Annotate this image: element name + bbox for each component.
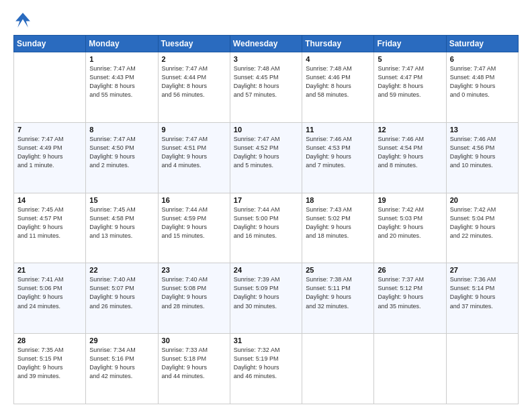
day-number: 2: [162, 55, 226, 63]
day-number: 27: [450, 266, 515, 274]
day-number: 7: [17, 126, 82, 134]
calendar-cell: 8Sunrise: 7:47 AM Sunset: 4:50 PM Daylig…: [86, 122, 158, 193]
cell-content: Sunrise: 7:41 AM Sunset: 5:06 PM Dayligh…: [17, 275, 82, 310]
svg-marker-0: [15, 13, 30, 28]
calendar-cell: 14Sunrise: 7:45 AM Sunset: 4:57 PM Dayli…: [14, 193, 86, 263]
calendar-week-2: 14Sunrise: 7:45 AM Sunset: 4:57 PM Dayli…: [14, 193, 519, 263]
col-header-monday: Monday: [86, 36, 158, 52]
cell-content: Sunrise: 7:47 AM Sunset: 4:43 PM Dayligh…: [89, 64, 154, 99]
cell-content: Sunrise: 7:47 AM Sunset: 4:51 PM Dayligh…: [162, 135, 226, 170]
calendar-cell: [446, 334, 518, 404]
calendar-cell: 29Sunrise: 7:34 AM Sunset: 5:16 PM Dayli…: [86, 334, 158, 404]
cell-content: Sunrise: 7:45 AM Sunset: 4:57 PM Dayligh…: [17, 205, 82, 240]
calendar-cell: 15Sunrise: 7:45 AM Sunset: 4:58 PM Dayli…: [86, 193, 158, 263]
cell-content: Sunrise: 7:43 AM Sunset: 5:02 PM Dayligh…: [306, 205, 370, 240]
day-number: 29: [89, 336, 154, 345]
day-number: 26: [378, 266, 442, 274]
calendar-cell: 27Sunrise: 7:36 AM Sunset: 5:14 PM Dayli…: [446, 263, 518, 334]
page: SundayMondayTuesdayWednesdayThursdayFrid…: [0, 0, 532, 411]
day-number: 4: [306, 55, 370, 63]
calendar-cell: 21Sunrise: 7:41 AM Sunset: 5:06 PM Dayli…: [14, 263, 86, 334]
col-header-sunday: Sunday: [14, 36, 86, 52]
calendar-cell: 10Sunrise: 7:47 AM Sunset: 4:52 PM Dayli…: [230, 122, 302, 193]
day-number: 19: [378, 196, 442, 204]
cell-content: Sunrise: 7:48 AM Sunset: 4:45 PM Dayligh…: [234, 64, 298, 99]
calendar-cell: 30Sunrise: 7:33 AM Sunset: 5:18 PM Dayli…: [158, 334, 230, 404]
cell-content: Sunrise: 7:36 AM Sunset: 5:14 PM Dayligh…: [450, 275, 515, 310]
calendar-cell: 20Sunrise: 7:42 AM Sunset: 5:04 PM Dayli…: [446, 193, 518, 263]
col-header-friday: Friday: [374, 36, 446, 52]
calendar-week-3: 21Sunrise: 7:41 AM Sunset: 5:06 PM Dayli…: [14, 263, 519, 334]
calendar-header-row: SundayMondayTuesdayWednesdayThursdayFrid…: [14, 36, 519, 52]
col-header-saturday: Saturday: [446, 36, 518, 52]
calendar-cell: 4Sunrise: 7:48 AM Sunset: 4:46 PM Daylig…: [302, 52, 374, 123]
logo-icon: [13, 11, 32, 30]
cell-content: Sunrise: 7:46 AM Sunset: 4:54 PM Dayligh…: [378, 135, 442, 170]
calendar-cell: 12Sunrise: 7:46 AM Sunset: 4:54 PM Dayli…: [374, 122, 446, 193]
day-number: 3: [234, 55, 298, 63]
cell-content: Sunrise: 7:47 AM Sunset: 4:52 PM Dayligh…: [234, 135, 298, 170]
cell-content: Sunrise: 7:42 AM Sunset: 5:03 PM Dayligh…: [378, 205, 442, 240]
day-number: 15: [89, 196, 154, 204]
cell-content: Sunrise: 7:47 AM Sunset: 4:47 PM Dayligh…: [378, 64, 442, 99]
calendar-week-0: 1Sunrise: 7:47 AM Sunset: 4:43 PM Daylig…: [14, 52, 519, 123]
calendar-cell: 19Sunrise: 7:42 AM Sunset: 5:03 PM Dayli…: [374, 193, 446, 263]
day-number: 5: [378, 55, 442, 63]
day-number: 6: [450, 55, 515, 63]
calendar-cell: 2Sunrise: 7:47 AM Sunset: 4:44 PM Daylig…: [158, 52, 230, 123]
day-number: 23: [162, 266, 226, 274]
cell-content: Sunrise: 7:48 AM Sunset: 4:46 PM Dayligh…: [306, 64, 370, 99]
cell-content: Sunrise: 7:40 AM Sunset: 5:07 PM Dayligh…: [89, 275, 154, 310]
day-number: 30: [162, 336, 226, 345]
calendar-cell: 6Sunrise: 7:47 AM Sunset: 4:48 PM Daylig…: [446, 52, 518, 123]
day-number: 25: [306, 266, 370, 274]
calendar-cell: 24Sunrise: 7:39 AM Sunset: 5:09 PM Dayli…: [230, 263, 302, 334]
col-header-thursday: Thursday: [302, 36, 374, 52]
calendar-cell: 5Sunrise: 7:47 AM Sunset: 4:47 PM Daylig…: [374, 52, 446, 123]
day-number: 24: [234, 266, 298, 274]
day-number: 22: [89, 266, 154, 274]
cell-content: Sunrise: 7:47 AM Sunset: 4:49 PM Dayligh…: [17, 135, 82, 170]
day-number: 17: [234, 196, 298, 204]
calendar-cell: 17Sunrise: 7:44 AM Sunset: 5:00 PM Dayli…: [230, 193, 302, 263]
day-number: 31: [234, 336, 298, 345]
day-number: 28: [17, 336, 82, 345]
day-number: 1: [89, 55, 154, 63]
calendar-cell: 3Sunrise: 7:48 AM Sunset: 4:45 PM Daylig…: [230, 52, 302, 123]
cell-content: Sunrise: 7:32 AM Sunset: 5:19 PM Dayligh…: [234, 346, 298, 381]
day-number: 16: [162, 196, 226, 204]
col-header-wednesday: Wednesday: [230, 36, 302, 52]
header: [13, 11, 519, 30]
day-number: 21: [17, 266, 82, 274]
cell-content: Sunrise: 7:42 AM Sunset: 5:04 PM Dayligh…: [450, 205, 515, 240]
calendar-cell: 25Sunrise: 7:38 AM Sunset: 5:11 PM Dayli…: [302, 263, 374, 334]
calendar-cell: 7Sunrise: 7:47 AM Sunset: 4:49 PM Daylig…: [14, 122, 86, 193]
cell-content: Sunrise: 7:45 AM Sunset: 4:58 PM Dayligh…: [89, 205, 154, 240]
calendar-cell: 16Sunrise: 7:44 AM Sunset: 4:59 PM Dayli…: [158, 193, 230, 263]
cell-content: Sunrise: 7:47 AM Sunset: 4:48 PM Dayligh…: [450, 64, 515, 99]
calendar-cell: [14, 52, 86, 123]
calendar-cell: 9Sunrise: 7:47 AM Sunset: 4:51 PM Daylig…: [158, 122, 230, 193]
calendar-cell: 18Sunrise: 7:43 AM Sunset: 5:02 PM Dayli…: [302, 193, 374, 263]
day-number: 18: [306, 196, 370, 204]
calendar-cell: 28Sunrise: 7:35 AM Sunset: 5:15 PM Dayli…: [14, 334, 86, 404]
calendar-cell: 22Sunrise: 7:40 AM Sunset: 5:07 PM Dayli…: [86, 263, 158, 334]
day-number: 13: [450, 126, 515, 134]
cell-content: Sunrise: 7:37 AM Sunset: 5:12 PM Dayligh…: [378, 275, 442, 310]
day-number: 8: [89, 126, 154, 134]
cell-content: Sunrise: 7:47 AM Sunset: 4:50 PM Dayligh…: [89, 135, 154, 170]
cell-content: Sunrise: 7:35 AM Sunset: 5:15 PM Dayligh…: [17, 346, 82, 381]
calendar-cell: 23Sunrise: 7:40 AM Sunset: 5:08 PM Dayli…: [158, 263, 230, 334]
cell-content: Sunrise: 7:46 AM Sunset: 4:53 PM Dayligh…: [306, 135, 370, 170]
cell-content: Sunrise: 7:44 AM Sunset: 4:59 PM Dayligh…: [162, 205, 226, 240]
calendar-cell: 1Sunrise: 7:47 AM Sunset: 4:43 PM Daylig…: [86, 52, 158, 123]
cell-content: Sunrise: 7:46 AM Sunset: 4:56 PM Dayligh…: [450, 135, 515, 170]
day-number: 11: [306, 126, 370, 134]
cell-content: Sunrise: 7:38 AM Sunset: 5:11 PM Dayligh…: [306, 275, 370, 310]
cell-content: Sunrise: 7:34 AM Sunset: 5:16 PM Dayligh…: [89, 346, 154, 381]
calendar-week-1: 7Sunrise: 7:47 AM Sunset: 4:49 PM Daylig…: [14, 122, 519, 193]
day-number: 14: [17, 196, 82, 204]
day-number: 12: [378, 126, 442, 134]
calendar-cell: [302, 334, 374, 404]
logo: [13, 11, 35, 30]
